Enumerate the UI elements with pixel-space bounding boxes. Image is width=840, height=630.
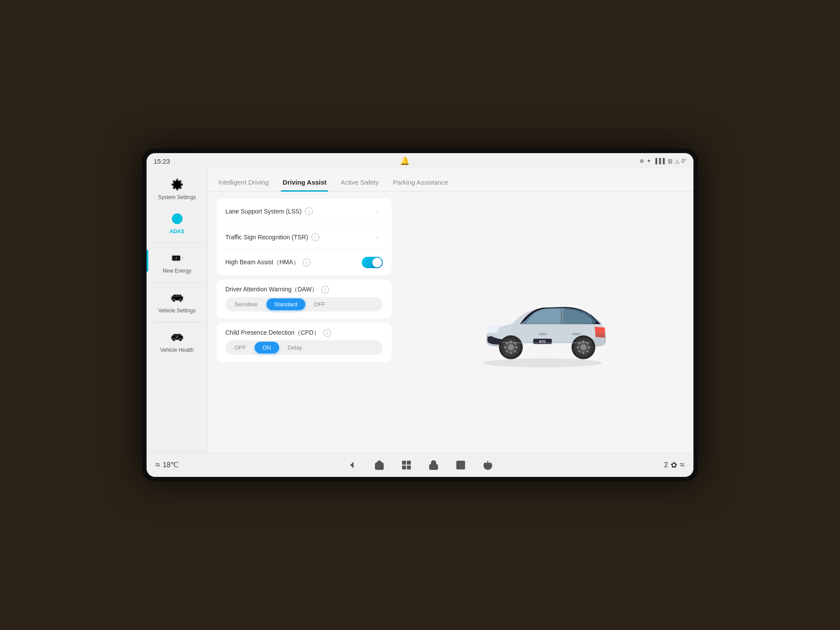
tsr-chevron: › xyxy=(372,232,383,242)
lock-button[interactable] xyxy=(427,458,440,472)
sidebar-divider-1 xyxy=(153,243,201,243)
sidebar-item-system-settings[interactable]: System Settings xyxy=(151,173,203,206)
lss-row[interactable]: Lane Support System (LSS) i › xyxy=(217,199,392,224)
power-button[interactable] xyxy=(481,458,494,472)
vehicle-health-icon xyxy=(170,330,184,344)
adas-icon xyxy=(170,212,184,226)
recents-button[interactable] xyxy=(400,458,413,472)
card-cpd: Child Presence Detection（CPD） i OFF ON D… xyxy=(217,323,392,362)
vehicle-settings-icon xyxy=(170,291,184,305)
svg-rect-22 xyxy=(572,333,581,335)
wifi-icon: ⊕ xyxy=(640,158,644,164)
lss-chevron: › xyxy=(372,206,383,217)
bluetooth-icon: ✦ xyxy=(647,158,651,164)
svg-point-13 xyxy=(179,299,182,302)
cpd-segment-group: OFF ON Delay xyxy=(225,340,383,355)
temperature-status: 0° xyxy=(682,158,686,164)
sidebar-divider-2 xyxy=(153,283,201,283)
bottom-left: ≈ 18℃ xyxy=(155,460,178,470)
svg-point-18 xyxy=(179,339,182,341)
car-image: BYD xyxy=(468,274,617,370)
bottom-bar: ≈ 18℃ xyxy=(147,452,693,477)
daw-buttons-row: Sensitive Standard OFF xyxy=(217,297,392,318)
tab-driving-assist[interactable]: Driving Assist xyxy=(281,174,328,191)
svg-rect-49 xyxy=(402,461,406,464)
tabs-bar: Intelligent Driving Driving Assist Activ… xyxy=(208,169,693,192)
hma-toggle-wrapper xyxy=(362,257,383,268)
hma-row: High Beam Assist（HMA） i xyxy=(217,249,392,275)
cpd-info-icon[interactable]: i xyxy=(323,329,331,337)
fan-speed: 2 xyxy=(664,461,668,469)
daw-label-row: Driver Attention Warning（DAW） i xyxy=(217,280,392,297)
car-image-area: BYD xyxy=(400,199,685,445)
hma-info-icon[interactable]: i xyxy=(303,259,311,266)
content-area: Intelligent Driving Driving Assist Activ… xyxy=(208,169,693,452)
tsr-label: Traffic Sign Recognition (TSR) i xyxy=(225,233,372,241)
bottom-right: 2 ✿ ≈ xyxy=(664,460,685,470)
sidebar: System Settings xyxy=(147,169,208,452)
sidebar-item-vehicle-health[interactable]: Vehicle Health xyxy=(151,326,203,358)
daw-info-icon[interactable]: i xyxy=(321,286,329,294)
screen-container: 15:23 🔔 ⊕ ✦ ▐▐▐ ▥ △ 0° xyxy=(142,149,698,481)
bottom-center-nav xyxy=(346,458,494,472)
temp-wind-left-icon: ≈ xyxy=(155,460,160,470)
tab-parking-assistance[interactable]: Parking Assistance xyxy=(391,174,450,191)
alert-icon: △ xyxy=(675,158,679,164)
content-body: Lane Support System (LSS) i › Tr xyxy=(208,192,693,452)
daw-segment-group: Sensitive Standard OFF xyxy=(225,297,383,312)
sidebar-item-adas[interactable]: ADAS xyxy=(151,207,203,240)
daw-btn-off[interactable]: OFF xyxy=(306,298,333,310)
temp-wind-right-icon: ≈ xyxy=(680,460,685,470)
svg-point-28 xyxy=(508,344,514,350)
hma-toggle[interactable] xyxy=(362,257,383,268)
status-icons: ⊕ ✦ ▐▐▐ ▥ △ 0° xyxy=(640,158,686,164)
svg-point-12 xyxy=(172,299,175,302)
daw-btn-standard[interactable]: Standard xyxy=(266,298,305,310)
tsr-info-icon[interactable]: i xyxy=(312,233,319,241)
lss-action: › xyxy=(372,206,383,217)
sidebar-item-vehicle-settings[interactable]: Vehicle Settings xyxy=(151,287,203,319)
new-energy-icon xyxy=(170,251,184,265)
signal-icon: ▐▐▐ xyxy=(654,158,665,164)
svg-point-19 xyxy=(483,358,602,367)
daw-btn-sensitive[interactable]: Sensitive xyxy=(227,298,266,310)
cpd-btn-off[interactable]: OFF xyxy=(227,342,254,354)
cpd-btn-on[interactable]: ON xyxy=(255,342,279,354)
status-bar: 15:23 🔔 ⊕ ✦ ▐▐▐ ▥ △ 0° xyxy=(147,153,693,169)
svg-rect-50 xyxy=(407,461,410,464)
card-daw: Driver Attention Warning（DAW） i Sensitiv… xyxy=(217,280,392,318)
svg-rect-52 xyxy=(407,466,410,469)
tsr-action: › xyxy=(372,232,383,242)
sidebar-label-system-settings: System Settings xyxy=(158,194,196,201)
hma-label: High Beam Assist（HMA） i xyxy=(225,259,362,266)
tab-intelligent-driving[interactable]: Intelligent Driving xyxy=(217,174,270,191)
temperature-display: 18℃ xyxy=(163,461,178,469)
fan-icon: ✿ xyxy=(671,460,677,470)
active-indicator xyxy=(147,250,148,272)
sidebar-label-adas: ADAS xyxy=(169,228,184,235)
tab-active-safety[interactable]: Active Safety xyxy=(339,174,381,191)
system-settings-icon xyxy=(170,178,184,192)
sidebar-item-new-energy[interactable]: New Energy xyxy=(151,247,203,279)
battery-icon: ▥ xyxy=(668,158,672,164)
home-button[interactable] xyxy=(373,458,386,472)
sidebar-label-vehicle-health: Vehicle Health xyxy=(160,347,194,354)
svg-text:BYD: BYD xyxy=(539,340,546,343)
cpd-buttons-row: OFF ON Delay xyxy=(217,340,392,362)
status-time: 15:23 xyxy=(154,158,170,165)
lss-label: Lane Support System (LSS) i xyxy=(225,207,372,215)
svg-rect-51 xyxy=(402,466,406,469)
tsr-row[interactable]: Traffic Sign Recognition (TSR) i › xyxy=(217,224,392,249)
screen: 15:23 🔔 ⊕ ✦ ▐▐▐ ▥ △ 0° xyxy=(147,153,693,477)
lss-info-icon[interactable]: i xyxy=(305,207,313,215)
svg-rect-53 xyxy=(430,465,438,469)
split-screen-button[interactable] xyxy=(454,458,467,472)
svg-point-40 xyxy=(581,344,587,350)
cpd-btn-delay[interactable]: Delay xyxy=(280,342,310,354)
sidebar-label-new-energy: New Energy xyxy=(163,268,191,275)
svg-rect-21 xyxy=(539,333,547,335)
back-button[interactable] xyxy=(346,458,359,472)
sidebar-label-vehicle-settings: Vehicle Settings xyxy=(158,308,196,315)
cpd-label-row: Child Presence Detection（CPD） i xyxy=(217,323,392,340)
notification-icon: 🔔 xyxy=(400,156,410,166)
